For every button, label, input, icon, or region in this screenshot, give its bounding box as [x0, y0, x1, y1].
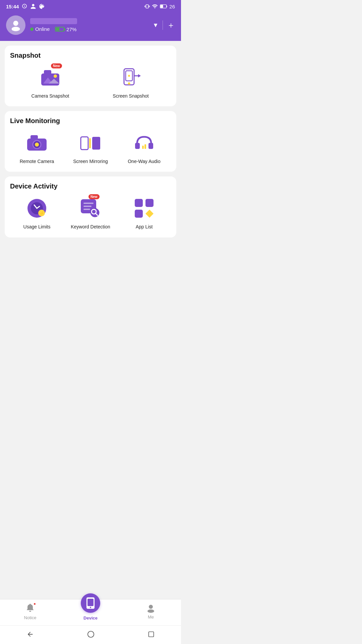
app-list-icon-wrap: [132, 196, 156, 220]
svg-rect-2: [161, 5, 163, 8]
device-activity-title: Device Activity: [10, 182, 171, 190]
one-way-audio-icon-wrap: [132, 131, 156, 155]
header-battery-icon: [55, 27, 64, 32]
header-info: Online 27%: [30, 18, 148, 32]
alarm-icon: [21, 3, 27, 9]
svg-rect-22: [92, 137, 100, 150]
remote-camera-label: Remote Camera: [20, 158, 54, 164]
svg-rect-26: [144, 144, 146, 149]
svg-rect-25: [142, 146, 144, 149]
camera-snapshot-icon-wrap: New: [38, 65, 62, 90]
usage-limits-icon-wrap: ⚡: [25, 196, 49, 220]
screen-snapshot-item[interactable]: Screen Snapshot: [90, 65, 171, 99]
camera-new-badge: New: [51, 63, 62, 68]
screen-snapshot-label: Screen Snapshot: [113, 93, 148, 99]
one-way-audio-icon: [134, 134, 155, 152]
svg-point-4: [12, 27, 20, 31]
keyword-detection-icon: [80, 199, 101, 218]
usage-limits-label: Usage Limits: [23, 224, 51, 230]
screen-mirroring-label: Screen Mirroring: [73, 158, 108, 164]
keyword-detection-label: Keyword Detection: [71, 224, 110, 230]
vibrate-icon: [144, 3, 150, 9]
battery-percent: 26: [169, 4, 175, 9]
device-activity-card: Device Activity ⚡ Usage Limit: [5, 176, 176, 237]
svg-rect-17: [31, 135, 38, 139]
status-left: 15:44: [6, 3, 45, 9]
header: Online 27% ▼ ＋: [0, 12, 181, 41]
header-username-blurred: [30, 18, 77, 24]
screen-mirroring-item[interactable]: Screen Mirroring: [64, 131, 117, 164]
remote-camera-item[interactable]: Remote Camera: [10, 131, 64, 164]
svg-point-11: [128, 83, 130, 85]
svg-rect-41: [145, 199, 154, 207]
avatar: [6, 15, 25, 35]
snapshot-title: Snapshot: [10, 52, 171, 59]
camera-snapshot-label: Camera Snapshot: [32, 93, 69, 99]
header-battery: 27%: [55, 26, 76, 32]
online-label: Online: [35, 26, 50, 32]
avatar-person-icon: [9, 19, 22, 32]
screen-snapshot-icon-wrap: [119, 65, 143, 90]
app-list-label: App List: [136, 224, 153, 230]
battery-icon: [160, 4, 167, 9]
camera-snapshot-item[interactable]: New Camera Snapshot: [10, 65, 90, 99]
online-indicator: [30, 28, 34, 31]
status-time: 15:44: [6, 4, 19, 9]
keyword-detection-item[interactable]: New Keyword Detection: [64, 196, 117, 230]
status-bar: 15:44 26: [0, 0, 181, 12]
svg-point-3: [13, 21, 18, 26]
app-list-icon: [134, 198, 154, 218]
usage-limits-item[interactable]: ⚡ Usage Limits: [10, 196, 64, 230]
svg-rect-6: [44, 70, 51, 74]
screen-snapshot-icon: [121, 67, 141, 88]
usage-limits-icon: ⚡: [27, 198, 47, 218]
person-icon: [30, 3, 36, 9]
snapshot-grid: New Camera Snapshot: [10, 65, 171, 99]
svg-text:⚡: ⚡: [39, 211, 44, 216]
svg-marker-43: [145, 210, 154, 218]
wifi-icon: [152, 3, 158, 9]
device-activity-grid: ⚡ Usage Limits New: [10, 196, 171, 230]
screen-mirroring-icon-wrap: [78, 131, 103, 155]
svg-rect-35: [83, 206, 92, 207]
svg-rect-42: [135, 210, 143, 218]
keyword-new-badge: New: [88, 194, 100, 199]
snapshot-card: Snapshot New: [5, 46, 176, 106]
header-battery-percent: 27%: [66, 26, 76, 32]
svg-point-19: [35, 143, 39, 147]
svg-rect-40: [135, 199, 143, 207]
remote-camera-icon-wrap: [25, 131, 49, 155]
main-content: Snapshot New: [0, 41, 181, 271]
svg-rect-24: [148, 143, 153, 149]
svg-rect-21: [89, 138, 91, 148]
remote-camera-icon: [26, 135, 47, 151]
screen-mirroring-icon: [80, 134, 101, 152]
app-list-item[interactable]: App List: [117, 196, 171, 230]
status-right: 26: [144, 3, 175, 9]
header-status: Online 27%: [30, 26, 148, 32]
camera-snapshot-icon: [41, 69, 60, 86]
one-way-audio-item[interactable]: One-Way Audio: [117, 131, 171, 164]
svg-point-9: [54, 74, 57, 78]
live-monitoring-card: Live Monitoring Remote Camera: [5, 111, 176, 172]
palette-icon: [39, 3, 45, 9]
svg-point-13: [128, 75, 130, 77]
svg-rect-23: [135, 143, 140, 149]
live-monitoring-title: Live Monitoring: [10, 117, 171, 125]
svg-rect-20: [81, 137, 88, 150]
header-actions: ▼ ＋: [153, 20, 175, 31]
keyword-detection-icon-wrap: New: [78, 196, 103, 220]
svg-marker-15: [138, 74, 141, 77]
dropdown-chevron-icon[interactable]: ▼: [153, 22, 159, 29]
svg-rect-36: [83, 209, 90, 210]
svg-rect-34: [83, 203, 94, 204]
one-way-audio-label: One-Way Audio: [128, 158, 161, 164]
live-monitoring-grid: Remote Camera Screen Mirroring: [10, 131, 171, 164]
add-device-button[interactable]: ＋: [167, 20, 175, 31]
header-divider: [163, 20, 163, 30]
